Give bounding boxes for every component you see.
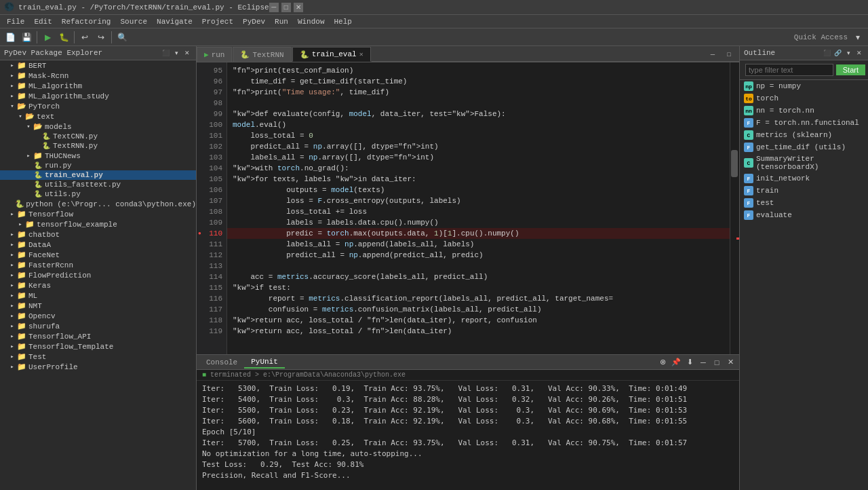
minimize-btn[interactable]: ─	[269, 3, 279, 12]
outline-link-btn[interactable]: 🔗	[833, 48, 842, 58]
sidebar-menu-btn[interactable]: ▾	[172, 48, 181, 58]
code-line-108[interactable]: loss_total += loss	[227, 206, 730, 217]
outline-item-summarywriter--tensorboardx-[interactable]: CSummaryWriter (tensorboardX)	[740, 153, 868, 172]
console-maximize-btn[interactable]: □	[711, 356, 723, 369]
sidebar-item-facenet[interactable]: ▸📁FaceNet	[0, 250, 196, 260]
redo-btn[interactable]: ↪	[94, 31, 108, 44]
outline-start-btn[interactable]: Start	[836, 64, 865, 75]
console-scroll-btn[interactable]: ⬇	[684, 356, 696, 369]
menu-navigate[interactable]: Navigate	[153, 16, 197, 27]
sidebar-item-test[interactable]: ▸📁Test	[0, 352, 196, 362]
editor-minimize-btn[interactable]: ─	[705, 48, 720, 61]
sidebar-item-userprofile[interactable]: ▸📁UserProfile	[0, 362, 196, 372]
run-btn[interactable]: ▶	[40, 31, 55, 44]
tab-textrnn[interactable]: 🐍 TextRNN	[233, 47, 291, 62]
console-minimize-btn[interactable]: ─	[697, 356, 709, 369]
code-line-114[interactable]: acc = metrics.accuracy_score(labels_all,…	[227, 271, 730, 282]
new-btn[interactable]: 📄	[3, 31, 18, 44]
sidebar-item-tensorflow-template[interactable]: ▸📁Tensorflow_Template	[0, 341, 196, 352]
sidebar-item-models[interactable]: ▾📂models	[0, 121, 196, 132]
code-line-115[interactable]: "kw">if test:	[227, 282, 730, 293]
sidebar-item-dataa[interactable]: ▸📁DataA	[0, 240, 196, 250]
sidebar-item-mask-rcnn[interactable]: ▸📁Mask-Rcnn	[0, 71, 196, 81]
menu-pydev[interactable]: PyDev	[239, 16, 269, 27]
code-line-101[interactable]: loss_total = 0	[227, 130, 730, 141]
sidebar-item-shurufa[interactable]: ▸📁shurufa	[0, 321, 196, 331]
outline-item-np---numpy[interactable]: npnp = numpy	[740, 80, 868, 92]
menu-run[interactable]: Run	[271, 16, 292, 27]
undo-btn[interactable]: ↩	[77, 31, 92, 44]
console-tab-console[interactable]: Console	[199, 357, 244, 368]
console-close-btn[interactable]: ✕	[724, 356, 736, 369]
code-line-97[interactable]: "fn">print("Time usage:", time_dif)	[227, 87, 730, 98]
code-line-119[interactable]: "kw">return acc, loss_total / "fn">len(d…	[227, 326, 730, 337]
debug-btn[interactable]: 🐛	[56, 31, 71, 44]
tab-run[interactable]: ▶ run	[197, 47, 232, 62]
console-pin-btn[interactable]: 📌	[670, 356, 682, 369]
sidebar-item-ml-algorithm-study[interactable]: ▸📁ML_algorithm_study	[0, 91, 196, 101]
sidebar-item-nmt[interactable]: ▸📁NMT	[0, 301, 196, 311]
outline-item-train[interactable]: Ftrain	[740, 185, 868, 197]
search-btn[interactable]: 🔍	[115, 31, 130, 44]
editor-scrollbar[interactable]	[730, 62, 739, 354]
code-line-100[interactable]: model.eval()	[227, 119, 730, 130]
outline-item-init-network[interactable]: Finit_network	[740, 172, 868, 185]
menu-edit[interactable]: Edit	[30, 16, 56, 27]
sidebar-item-train-eval-py[interactable]: 🐍train_eval.py	[0, 170, 196, 180]
save-btn[interactable]: 💾	[19, 31, 34, 44]
console-tab-pyunit[interactable]: PyUnit	[244, 356, 285, 369]
sidebar-item-keras[interactable]: ▸📁Keras	[0, 280, 196, 290]
tab-train-eval[interactable]: 🐍 train_eval ✕	[292, 47, 371, 62]
code-line-105[interactable]: "kw">for texts, labels "kw">in data_iter…	[227, 174, 730, 185]
code-line-112[interactable]: predict_all = np.append(predict_all, pre…	[227, 250, 730, 261]
sidebar-item-pytorch[interactable]: ▾📂PyTorch	[0, 101, 196, 111]
sidebar-close-btn[interactable]: ✕	[182, 48, 192, 58]
sidebar-item-fasterrcnn[interactable]: ▸📁FasterRcnn	[0, 260, 196, 270]
console-clear-btn[interactable]: ⊗	[656, 356, 669, 369]
outline-item-f---torch-nn-functional[interactable]: FF = torch.nn.functional	[740, 117, 868, 129]
tab-train-eval-close[interactable]: ✕	[359, 50, 363, 58]
close-btn[interactable]: ✕	[294, 3, 303, 12]
sidebar-item-tensorflow[interactable]: ▸📁Tensorflow	[0, 209, 196, 219]
outline-close-btn[interactable]: ✕	[854, 48, 864, 58]
code-line-98[interactable]	[227, 98, 730, 109]
editor-maximize-btn[interactable]: □	[722, 48, 736, 61]
outline-menu-btn[interactable]: ▾	[844, 48, 853, 58]
outline-collapse-btn[interactable]: ⬛	[822, 48, 831, 58]
sidebar-item-python--e--progr----conda3-python-exe-[interactable]: 🐍python (e:\Progr... conda3\python.exe)	[0, 199, 196, 209]
code-line-117[interactable]: confusion = metrics.confusion_matrix(lab…	[227, 304, 730, 315]
sidebar-collapse-btn[interactable]: ⬛	[161, 48, 170, 58]
menu-source[interactable]: Source	[116, 16, 151, 27]
menu-file[interactable]: File	[3, 16, 28, 27]
sidebar-item-opencv[interactable]: ▸📁Opencv	[0, 311, 196, 321]
sidebar-item-utils-py[interactable]: 🐍utils.py	[0, 189, 196, 199]
code-line-111[interactable]: labels_all = np.append(labels_all, label…	[227, 239, 730, 250]
code-line-113[interactable]	[227, 261, 730, 271]
sidebar-item-text[interactable]: ▾📂text	[0, 111, 196, 121]
sidebar-item-thucnews[interactable]: ▸📁THUCNews	[0, 151, 196, 161]
quick-access-btn[interactable]: ▾	[850, 31, 865, 44]
code-line-107[interactable]: loss = F.cross_entropy(outputs, labels)	[227, 195, 730, 206]
code-line-103[interactable]: labels_all = np.array([], dtype="fn">int…	[227, 152, 730, 163]
menu-refactoring[interactable]: Refactoring	[58, 16, 115, 27]
code-content[interactable]: "fn">print(test_conf_maion) time_dif = g…	[227, 62, 730, 354]
outline-item-torch[interactable]: totorch	[740, 92, 868, 105]
code-line-99[interactable]: "kw">def evaluate(config, model, data_it…	[227, 109, 730, 119]
code-line-118[interactable]: "kw">return acc, loss_total / "fn">len(d…	[227, 315, 730, 326]
code-line-96[interactable]: time_dif = get_time_dif(start_time)	[227, 76, 730, 87]
sidebar-item-ml-algorithm[interactable]: ▸📁ML_algorithm	[0, 81, 196, 91]
sidebar-item-textcnn-py[interactable]: 🐍TextCNN.py	[0, 132, 196, 141]
outline-item-nn---torch-nn[interactable]: nnnn = torch.nn	[740, 105, 868, 117]
code-line-102[interactable]: predict_all = np.array([], dtype="fn">in…	[227, 141, 730, 152]
menu-window[interactable]: Window	[294, 16, 329, 27]
sidebar-item-chatbot[interactable]: ▸📁chatbot	[0, 229, 196, 240]
outline-item-evaluate[interactable]: Fevaluate	[740, 209, 868, 221]
sidebar-item-textrnn-py[interactable]: 🐍TextRNN.py	[0, 141, 196, 151]
outline-filter-input[interactable]	[745, 64, 833, 76]
menu-help[interactable]: Help	[330, 16, 356, 27]
sidebar-item-utils-fasttext-py[interactable]: 🐍utils_fasttext.py	[0, 180, 196, 189]
sidebar-item-tensorflow-example[interactable]: ▸📁tensorflow_example	[0, 219, 196, 229]
code-line-106[interactable]: outputs = model(texts)	[227, 185, 730, 195]
outline-item-get-time-dif--utils-[interactable]: Fget_time_dif (utils)	[740, 141, 868, 153]
sidebar-item-flowprediction[interactable]: ▸📁FlowPrediction	[0, 270, 196, 280]
